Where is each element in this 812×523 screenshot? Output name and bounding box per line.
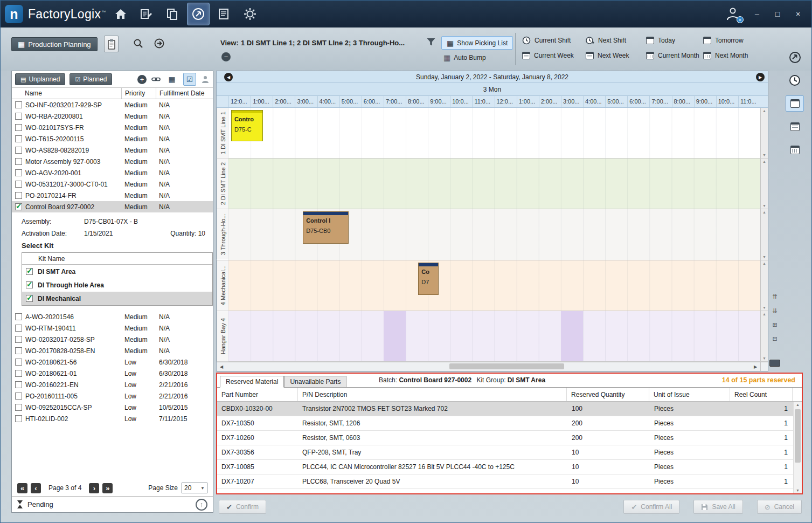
current-month-button[interactable]: Current Month [646, 52, 703, 59]
view-dropdown[interactable]: 1 DI SMT Line 1; 2 DI SMT LIne 2; 3 Thro… [241, 39, 405, 47]
clipboard-button[interactable] [104, 36, 119, 52]
lane-scroll-down-icon[interactable]: ▼ [762, 153, 766, 157]
next-month-button[interactable]: Next Month [703, 52, 767, 59]
order-row[interactable]: WO-RTM-190411 Medium N/A [12, 322, 213, 334]
order-row[interactable]: WO-20160221-EN Low 2/21/2016 [12, 379, 213, 390]
order-row[interactable]: WO-02032017-0258-SP Medium N/A [12, 334, 213, 345]
lane-body[interactable]: Control ID75-CB0 [228, 209, 760, 259]
column-unit-of-issue[interactable]: Unit of Issue [649, 388, 730, 401]
column-name[interactable]: Name [12, 88, 121, 99]
order-checkbox[interactable] [15, 336, 22, 343]
user-account-button[interactable]: × [725, 6, 741, 22]
zoom-out-icon[interactable]: ⊟ [772, 335, 777, 342]
part-row[interactable]: DX7-30356 QFP-208, SMT, Tray 10 Pieces 1 [217, 445, 793, 460]
order-checkbox[interactable] [15, 124, 22, 131]
tab-reserved-material[interactable]: Reserved Material [220, 376, 284, 388]
show-picking-list-button[interactable]: ▦ Show Picking List [441, 36, 513, 50]
order-row[interactable]: WO-05312017-3000-CT0-01 Medium N/A [12, 178, 213, 190]
search-button[interactable] [133, 38, 143, 49]
kit-checkbox[interactable] [26, 281, 33, 288]
scroll-down-arrow[interactable]: ▼ [796, 488, 800, 492]
scroll-left-arrow[interactable]: ◀ [217, 362, 226, 371]
tab-unplanned[interactable]: ▤ Unplanned [15, 73, 65, 85]
order-checkbox[interactable] [15, 192, 22, 199]
order-checkbox[interactable] [15, 415, 22, 422]
kit-row[interactable]: DI SMT Area [22, 265, 212, 278]
column-reserved-quantity[interactable]: Reserved Quantity [567, 388, 649, 401]
nav-work-orders-button[interactable] [135, 3, 158, 25]
order-row[interactable]: WO-021017SYS-FR Medium N/A [12, 122, 213, 133]
lane-body[interactable]: CoD7 [228, 260, 760, 311]
window-close-button[interactable]: × [793, 10, 803, 18]
order-row[interactable]: WO-T615-20200115 Medium N/A [12, 133, 213, 144]
lane-scrollbar[interactable]: ▲▼ [760, 108, 768, 158]
order-row[interactable]: WO-AGV-2020-001 Medium N/A [12, 167, 213, 178]
tab-unavailable-parts[interactable]: Unavailable Parts [284, 376, 346, 388]
previous-page-button[interactable]: ‹ [31, 483, 41, 493]
add-order-button[interactable]: + [137, 75, 147, 84]
nav-documents-button[interactable] [161, 3, 184, 25]
collapse-lanes-button[interactable]: − [221, 52, 231, 61]
order-checkbox[interactable] [15, 181, 22, 188]
kit-checkbox[interactable] [26, 268, 33, 275]
order-checkbox[interactable] [15, 101, 22, 108]
horizontal-scrollbar[interactable]: ◀ ▶ [217, 362, 768, 371]
order-row[interactable]: PO-20170214-FR Medium N/A [12, 190, 213, 201]
order-row[interactable]: WO-20170828-0258-EN Medium N/A [12, 345, 213, 356]
lane-scroll-up-icon[interactable]: ▲ [762, 160, 766, 163]
schedule-task[interactable]: CoD7 [418, 263, 439, 295]
first-page-button[interactable]: « [17, 483, 27, 493]
order-checkbox[interactable] [15, 347, 22, 354]
kit-checkbox[interactable] [26, 295, 33, 302]
order-checkbox[interactable] [15, 393, 22, 400]
lane-scroll-up-icon[interactable]: ▲ [762, 210, 766, 214]
part-row[interactable]: CBDX0-10320-00 Transistor 2N7002 TMOS FE… [217, 402, 793, 416]
order-row[interactable]: WO-09252015CCA-SP Low 10/5/2015 [12, 402, 213, 413]
batch-grid-button[interactable]: ▦ [165, 73, 178, 86]
kit-row[interactable]: DI Through Hole Area [22, 278, 212, 292]
lane-scroll-down-icon[interactable]: ▼ [762, 356, 766, 360]
window-maximize-button[interactable]: □ [773, 10, 782, 18]
lane-scrollbar[interactable]: ▲▼ [760, 209, 768, 259]
order-checkbox[interactable] [15, 404, 22, 411]
window-minimize-button[interactable]: – [752, 10, 762, 18]
scroll-bottom-icon[interactable]: ⇊ [772, 307, 777, 314]
week-view-button[interactable] [786, 119, 804, 135]
order-row[interactable]: WO-RBA-20200801 Medium N/A [12, 111, 213, 122]
next-shift-button[interactable]: Next Shift [586, 36, 646, 45]
column-reel-count[interactable]: Reel Count [730, 388, 793, 401]
order-checkbox[interactable] [15, 325, 22, 332]
schedule-task[interactable]: ControD75-C [231, 110, 263, 141]
nav-production-planning-button[interactable] [187, 3, 210, 25]
column-description[interactable]: P/N Description [298, 388, 567, 401]
cancel-button[interactable]: ⊘ Cancel [757, 500, 802, 514]
today-button[interactable]: Today [646, 36, 703, 45]
order-row[interactable]: SO-INF-02032017-929-SP Medium N/A [12, 99, 213, 111]
order-row[interactable]: WO-AS828-08282019 Medium N/A [12, 144, 213, 156]
order-checkbox[interactable] [15, 359, 22, 366]
column-fulfillment[interactable]: Fulfillment Date [156, 88, 213, 99]
kit-row[interactable]: DI Mechanical [22, 292, 212, 305]
shift-view-button[interactable] [786, 72, 804, 88]
part-row[interactable]: DX7-10350 Resistor, SMT, 1206 200 Pieces… [217, 416, 793, 431]
current-week-button[interactable]: Current Week [522, 52, 586, 59]
timeline-navigate-button[interactable] [786, 49, 804, 65]
current-shift-button[interactable]: Current Shift [522, 36, 586, 45]
order-row[interactable]: HTI-02LID-002 Low 7/11/2015 [12, 413, 213, 424]
lane-scrollbar[interactable]: ▲▼ [760, 260, 768, 311]
lane-body[interactable] [228, 159, 760, 209]
scroll-up-arrow[interactable]: ▲ [796, 403, 800, 407]
nav-reports-button[interactable] [213, 3, 235, 25]
order-row[interactable]: PO-20160111-005 Low 2/21/2016 [12, 390, 213, 402]
lane-scroll-down-icon[interactable]: ▼ [762, 306, 766, 309]
next-week-arrow[interactable]: ▶ [756, 73, 765, 81]
nav-home-button[interactable] [109, 3, 132, 25]
assign-user-button[interactable] [201, 75, 210, 84]
order-checkbox[interactable] [15, 113, 22, 120]
production-planning-button[interactable]: ▦ Production Planning [11, 37, 98, 51]
parts-scroll-thumb[interactable] [795, 409, 801, 463]
column-priority[interactable]: Priority [121, 88, 156, 99]
part-row[interactable]: DX7-10085 PLCC44, IC CAN Microcontroller… [217, 460, 793, 474]
lane-scrollbar[interactable]: ▲▼ [760, 159, 768, 209]
order-checkbox[interactable] [15, 381, 22, 388]
